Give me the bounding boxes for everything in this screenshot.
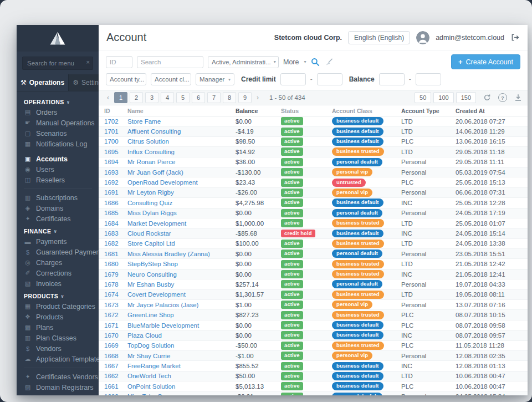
account-name-link[interactable]: Cloud Rockstar bbox=[127, 230, 171, 237]
account-name-link[interactable]: TopDog Solution bbox=[127, 342, 174, 349]
account-name-link[interactable]: OneWorld Tech bbox=[127, 373, 171, 379]
page-size-50[interactable]: 50 bbox=[415, 92, 431, 103]
account-name-link[interactable]: Consulting Quiz bbox=[127, 200, 172, 206]
sidebar-item-application-templates[interactable]: ☁Application Templates bbox=[24, 354, 99, 364]
account-name-link[interactable]: Citrus Solution bbox=[127, 138, 169, 145]
sidebar-item-corrections[interactable]: ✐Corrections bbox=[24, 268, 99, 278]
account-id-link[interactable]: 1673 bbox=[104, 302, 119, 308]
column-header-id[interactable]: ID bbox=[104, 108, 127, 114]
sidebar-item-orders[interactable]: ▤Orders bbox=[24, 107, 99, 118]
page-button-1[interactable]: 1 bbox=[114, 92, 127, 103]
account-name-link[interactable]: OpenRoad Development bbox=[127, 179, 198, 186]
tab-settings[interactable]: ⚙ Settings bbox=[68, 74, 99, 91]
sidebar-item-scenarios[interactable]: ▢Scenarios bbox=[24, 128, 99, 139]
refresh-button[interactable] bbox=[483, 94, 491, 101]
account-id-link[interactable]: 1674 bbox=[104, 291, 119, 298]
sidebar-section-operations[interactable]: Operations∨ bbox=[24, 99, 99, 105]
account-name-link[interactable]: Market Development bbox=[127, 220, 186, 227]
sidebar-section-finance[interactable]: Finance∨ bbox=[24, 228, 99, 235]
sidebar-item-guaranteed-payments[interactable]: $Guaranteed Payments bbox=[24, 247, 99, 257]
page-button-7[interactable]: 7 bbox=[207, 92, 221, 103]
account-name-link[interactable]: Mr Shay Currie bbox=[127, 353, 170, 359]
account-id-link[interactable]: 1669 bbox=[104, 342, 119, 349]
export-button[interactable] bbox=[514, 94, 522, 101]
menu-search-input[interactable] bbox=[22, 57, 93, 70]
account-id-link[interactable]: 1683 bbox=[104, 230, 119, 237]
account-id-link[interactable]: 1691 bbox=[104, 189, 119, 196]
account-id-link[interactable]: 1684 bbox=[104, 220, 119, 227]
sidebar-item-accounts[interactable]: ▣Accounts bbox=[24, 154, 99, 164]
account-name-link[interactable]: Mr Leyton Rigby bbox=[127, 189, 174, 196]
sidebar-item-charges[interactable]: ◎Charges bbox=[24, 257, 99, 268]
account-name-link[interactable]: Miss Dylan Riggs bbox=[127, 210, 177, 216]
search-input[interactable] bbox=[137, 56, 203, 68]
column-header-account-type[interactable]: Account Type bbox=[401, 108, 456, 114]
account-name-link[interactable]: Miss Alessia Bradley (Zanna) bbox=[127, 251, 210, 257]
sidebar-item-users[interactable]: ◉Users bbox=[24, 164, 99, 175]
account-id-link[interactable]: 1685 bbox=[104, 210, 119, 216]
account-name-link[interactable]: GreenLine Shop bbox=[127, 312, 174, 318]
account-name-link[interactable]: OnPoint Solution bbox=[127, 383, 175, 390]
page-button-2[interactable]: 2 bbox=[130, 92, 143, 103]
account-id-link[interactable]: 1672 bbox=[104, 312, 119, 318]
account-id-link[interactable]: 1700 bbox=[104, 138, 119, 145]
account-name-link[interactable]: Store Capitol Ltd bbox=[127, 240, 175, 247]
credit-limit-from-input[interactable] bbox=[280, 73, 306, 85]
create-account-button[interactable]: + Create Account bbox=[451, 54, 520, 69]
balance-to-input[interactable] bbox=[416, 73, 441, 85]
clear-search-icon[interactable]: × bbox=[86, 59, 90, 65]
account-name-link[interactable]: Mr Juan Goff (Jack) bbox=[127, 169, 183, 176]
account-id-link[interactable]: 1667 bbox=[104, 363, 119, 369]
credit-limit-to-input[interactable] bbox=[317, 73, 342, 85]
manager-select[interactable]: Manager ▾ bbox=[196, 73, 234, 85]
page-button-5[interactable]: 5 bbox=[176, 92, 190, 103]
account-id-link[interactable]: 1695 bbox=[104, 149, 119, 155]
logout-button[interactable] bbox=[510, 33, 520, 42]
balance-from-input[interactable] bbox=[379, 73, 405, 85]
sidebar-item-payments[interactable]: ▬Payments bbox=[24, 236, 99, 247]
account-name-link[interactable]: Plaza Cloud bbox=[127, 332, 162, 339]
account-id-link[interactable]: 1694 bbox=[104, 159, 119, 165]
sidebar-section-products[interactable]: Products∨ bbox=[24, 293, 99, 299]
help-button[interactable]: ? bbox=[498, 93, 507, 102]
account-name-link[interactable]: Neuro Consulting bbox=[127, 271, 177, 278]
account-name-link[interactable]: Miss Toby Graves bbox=[127, 393, 178, 395]
account-id-link[interactable]: 1680 bbox=[104, 261, 119, 267]
more-filters-button[interactable]: More ▾ bbox=[283, 58, 306, 66]
column-header-account-class[interactable]: Account Class bbox=[332, 108, 401, 114]
account-id-link[interactable]: 1686 bbox=[104, 200, 119, 206]
status-filter-select[interactable]: Active, Administrati... ▾ bbox=[208, 56, 279, 68]
avatar[interactable] bbox=[416, 31, 429, 44]
sidebar-item-certificates-vendors[interactable]: ✦Certificates Vendors bbox=[24, 372, 99, 382]
page-button-8[interactable]: 8 bbox=[223, 92, 236, 103]
sidebar-item-product-categories[interactable]: ▦Product Categories bbox=[24, 301, 99, 312]
account-class-select[interactable]: Account cl... ▾ bbox=[151, 73, 191, 85]
id-filter-input[interactable] bbox=[106, 56, 132, 68]
account-id-link[interactable]: 1670 bbox=[104, 332, 119, 339]
account-id-link[interactable]: 1661 bbox=[104, 383, 119, 390]
account-id-link[interactable]: 1702 bbox=[104, 118, 119, 125]
account-name-link[interactable]: FreeRange Market bbox=[127, 363, 181, 369]
account-name-link[interactable]: Affluent Consulting bbox=[127, 128, 181, 135]
account-id-link[interactable]: 1681 bbox=[104, 251, 119, 257]
account-name-link[interactable]: Mr Eshan Busby bbox=[127, 281, 174, 288]
account-name-link[interactable]: BlueMarble Development bbox=[127, 322, 199, 329]
account-id-link[interactable]: 1693 bbox=[104, 169, 119, 176]
apply-search-button[interactable] bbox=[311, 58, 320, 67]
sidebar-item-manual-operations[interactable]: ☛Manual Operations bbox=[24, 118, 99, 128]
sidebar-item-certificates[interactable]: ✦Certificates bbox=[24, 213, 99, 224]
sidebar-item-tlds[interactable]: …TLDs bbox=[24, 393, 99, 395]
account-id-link[interactable]: 1668 bbox=[104, 353, 119, 359]
account-id-link[interactable]: 1660 bbox=[104, 393, 119, 395]
column-header-name[interactable]: Name bbox=[127, 108, 236, 114]
sidebar-item-domain-registrars[interactable]: ▨Domain Registrars bbox=[24, 382, 99, 393]
sidebar-item-plan-classes[interactable]: ▥Plan Classes bbox=[24, 333, 99, 343]
tab-operations[interactable]: ⚒ Operations bbox=[17, 74, 68, 91]
prev-page-button[interactable]: ‹ bbox=[104, 94, 112, 101]
account-name-link[interactable]: Influx Consulting bbox=[127, 149, 175, 155]
sidebar-item-notifications-log[interactable]: ▦Notifications Log bbox=[24, 139, 99, 149]
next-page-button[interactable]: › bbox=[254, 94, 262, 101]
account-name-link[interactable]: StepByStep Shop bbox=[127, 261, 178, 267]
sidebar-item-resellers[interactable]: ◫Resellers bbox=[24, 175, 99, 185]
sidebar-item-plans[interactable]: ▩Plans bbox=[24, 322, 99, 333]
